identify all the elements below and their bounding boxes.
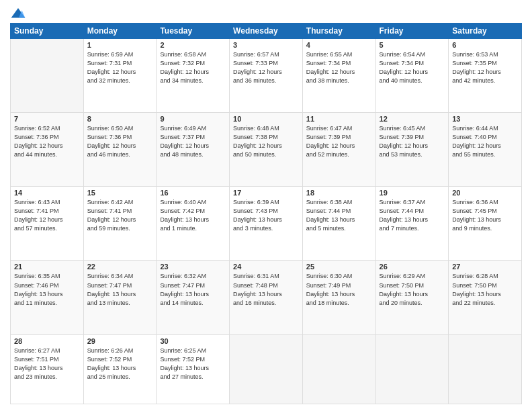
day-number: 4 xyxy=(306,41,372,49)
day-number: 19 xyxy=(380,189,445,197)
day-number: 12 xyxy=(380,115,445,123)
day-info: Sunrise: 6:55 AM Sunset: 7:34 PM Dayligh… xyxy=(306,50,372,85)
day-number: 29 xyxy=(87,337,153,345)
day-info: Sunrise: 6:48 AM Sunset: 7:38 PM Dayligh… xyxy=(233,124,299,159)
day-info: Sunrise: 6:37 AM Sunset: 7:44 PM Dayligh… xyxy=(380,198,445,233)
logo-icon xyxy=(10,7,26,20)
col-tuesday: Tuesday xyxy=(157,24,230,39)
day-info: Sunrise: 6:52 AM Sunset: 7:36 PM Dayligh… xyxy=(14,124,80,159)
day-info: Sunrise: 6:40 AM Sunset: 7:42 PM Dayligh… xyxy=(160,198,226,233)
day-info: Sunrise: 6:58 AM Sunset: 7:32 PM Dayligh… xyxy=(160,50,226,85)
day-number: 6 xyxy=(452,41,518,49)
col-monday: Monday xyxy=(83,24,157,39)
day-number: 1 xyxy=(87,41,153,49)
header xyxy=(10,7,522,20)
day-info: Sunrise: 6:53 AM Sunset: 7:35 PM Dayligh… xyxy=(452,50,518,85)
day-info: Sunrise: 6:26 AM Sunset: 7:52 PM Dayligh… xyxy=(87,347,153,381)
calendar-header-row: Sunday Monday Tuesday Wednesday Thursday… xyxy=(11,24,522,39)
day-number: 17 xyxy=(233,189,299,197)
day-number: 10 xyxy=(233,115,299,123)
calendar-cell: 21Sunrise: 6:35 AM Sunset: 7:46 PM Dayli… xyxy=(11,261,84,334)
day-info: Sunrise: 6:29 AM Sunset: 7:50 PM Dayligh… xyxy=(380,272,445,307)
day-info: Sunrise: 6:43 AM Sunset: 7:41 PM Dayligh… xyxy=(14,198,80,233)
calendar-cell: 4Sunrise: 6:55 AM Sunset: 7:34 PM Daylig… xyxy=(302,39,375,113)
calendar-cell: 24Sunrise: 6:31 AM Sunset: 7:48 PM Dayli… xyxy=(230,261,303,334)
col-wednesday: Wednesday xyxy=(230,24,303,39)
day-info: Sunrise: 6:28 AM Sunset: 7:50 PM Dayligh… xyxy=(452,272,518,307)
calendar-cell: 19Sunrise: 6:37 AM Sunset: 7:44 PM Dayli… xyxy=(375,187,449,261)
day-number: 15 xyxy=(87,189,153,197)
calendar-cell: 3Sunrise: 6:57 AM Sunset: 7:33 PM Daylig… xyxy=(230,39,303,113)
day-number: 21 xyxy=(14,263,80,271)
day-number: 9 xyxy=(160,115,226,123)
day-info: Sunrise: 6:30 AM Sunset: 7:49 PM Dayligh… xyxy=(306,272,372,307)
day-info: Sunrise: 6:31 AM Sunset: 7:48 PM Dayligh… xyxy=(233,272,299,307)
day-number: 24 xyxy=(233,263,299,271)
calendar-cell: 8Sunrise: 6:50 AM Sunset: 7:36 PM Daylig… xyxy=(83,113,157,187)
day-info: Sunrise: 6:50 AM Sunset: 7:36 PM Dayligh… xyxy=(87,124,153,159)
day-info: Sunrise: 6:27 AM Sunset: 7:51 PM Dayligh… xyxy=(14,347,80,381)
page: Sunday Monday Tuesday Wednesday Thursday… xyxy=(0,0,532,411)
day-info: Sunrise: 6:42 AM Sunset: 7:41 PM Dayligh… xyxy=(87,198,153,233)
day-info: Sunrise: 6:35 AM Sunset: 7:46 PM Dayligh… xyxy=(14,272,80,307)
calendar-cell: 12Sunrise: 6:45 AM Sunset: 7:39 PM Dayli… xyxy=(375,113,449,187)
day-info: Sunrise: 6:32 AM Sunset: 7:47 PM Dayligh… xyxy=(160,272,226,307)
col-thursday: Thursday xyxy=(302,24,375,39)
day-info: Sunrise: 6:54 AM Sunset: 7:34 PM Dayligh… xyxy=(380,50,445,85)
day-number: 26 xyxy=(380,263,445,271)
col-friday: Friday xyxy=(375,24,449,39)
calendar-cell: 1Sunrise: 6:59 AM Sunset: 7:31 PM Daylig… xyxy=(83,39,157,113)
calendar-cell: 5Sunrise: 6:54 AM Sunset: 7:34 PM Daylig… xyxy=(375,39,449,113)
calendar-cell: 11Sunrise: 6:47 AM Sunset: 7:39 PM Dayli… xyxy=(302,113,375,187)
calendar-cell: 25Sunrise: 6:30 AM Sunset: 7:49 PM Dayli… xyxy=(302,261,375,334)
day-info: Sunrise: 6:45 AM Sunset: 7:39 PM Dayligh… xyxy=(380,124,445,159)
logo xyxy=(10,7,29,20)
day-info: Sunrise: 6:59 AM Sunset: 7:31 PM Dayligh… xyxy=(87,50,153,85)
calendar-cell: 29Sunrise: 6:26 AM Sunset: 7:52 PM Dayli… xyxy=(83,334,157,404)
day-info: Sunrise: 6:38 AM Sunset: 7:44 PM Dayligh… xyxy=(306,198,372,233)
day-number: 7 xyxy=(14,115,80,123)
calendar-cell xyxy=(375,334,449,404)
day-info: Sunrise: 6:44 AM Sunset: 7:40 PM Dayligh… xyxy=(452,124,518,159)
calendar-cell: 18Sunrise: 6:38 AM Sunset: 7:44 PM Dayli… xyxy=(302,187,375,261)
day-number: 16 xyxy=(160,189,226,197)
day-info: Sunrise: 6:36 AM Sunset: 7:45 PM Dayligh… xyxy=(452,198,518,233)
col-saturday: Saturday xyxy=(449,24,522,39)
calendar-cell xyxy=(302,334,375,404)
day-number: 8 xyxy=(87,115,153,123)
calendar-cell xyxy=(11,39,84,113)
day-number: 30 xyxy=(160,337,226,345)
calendar-cell: 20Sunrise: 6:36 AM Sunset: 7:45 PM Dayli… xyxy=(449,187,522,261)
day-info: Sunrise: 6:47 AM Sunset: 7:39 PM Dayligh… xyxy=(306,124,372,159)
day-number: 2 xyxy=(160,41,226,49)
day-number: 20 xyxy=(452,189,518,197)
day-info: Sunrise: 6:25 AM Sunset: 7:52 PM Dayligh… xyxy=(160,347,226,381)
calendar-cell: 10Sunrise: 6:48 AM Sunset: 7:38 PM Dayli… xyxy=(230,113,303,187)
calendar-cell: 7Sunrise: 6:52 AM Sunset: 7:36 PM Daylig… xyxy=(11,113,84,187)
calendar-cell: 15Sunrise: 6:42 AM Sunset: 7:41 PM Dayli… xyxy=(83,187,157,261)
day-info: Sunrise: 6:34 AM Sunset: 7:47 PM Dayligh… xyxy=(87,272,153,307)
day-number: 11 xyxy=(306,115,372,123)
calendar-cell: 13Sunrise: 6:44 AM Sunset: 7:40 PM Dayli… xyxy=(449,113,522,187)
day-number: 3 xyxy=(233,41,299,49)
calendar-cell: 2Sunrise: 6:58 AM Sunset: 7:32 PM Daylig… xyxy=(157,39,230,113)
day-number: 5 xyxy=(380,41,445,49)
calendar-cell: 16Sunrise: 6:40 AM Sunset: 7:42 PM Dayli… xyxy=(157,187,230,261)
day-number: 14 xyxy=(14,189,80,197)
calendar-cell xyxy=(230,334,303,404)
calendar-cell xyxy=(449,334,522,404)
calendar-cell: 17Sunrise: 6:39 AM Sunset: 7:43 PM Dayli… xyxy=(230,187,303,261)
day-number: 18 xyxy=(306,189,372,197)
calendar-cell: 14Sunrise: 6:43 AM Sunset: 7:41 PM Dayli… xyxy=(11,187,84,261)
day-info: Sunrise: 6:49 AM Sunset: 7:37 PM Dayligh… xyxy=(160,124,226,159)
day-number: 23 xyxy=(160,263,226,271)
calendar: Sunday Monday Tuesday Wednesday Thursday… xyxy=(10,23,522,404)
calendar-cell: 23Sunrise: 6:32 AM Sunset: 7:47 PM Dayli… xyxy=(157,261,230,334)
day-number: 28 xyxy=(14,337,80,345)
calendar-cell: 28Sunrise: 6:27 AM Sunset: 7:51 PM Dayli… xyxy=(11,334,84,404)
col-sunday: Sunday xyxy=(11,24,84,39)
day-number: 27 xyxy=(452,263,518,271)
calendar-cell: 26Sunrise: 6:29 AM Sunset: 7:50 PM Dayli… xyxy=(375,261,449,334)
calendar-cell: 6Sunrise: 6:53 AM Sunset: 7:35 PM Daylig… xyxy=(449,39,522,113)
day-number: 22 xyxy=(87,263,153,271)
